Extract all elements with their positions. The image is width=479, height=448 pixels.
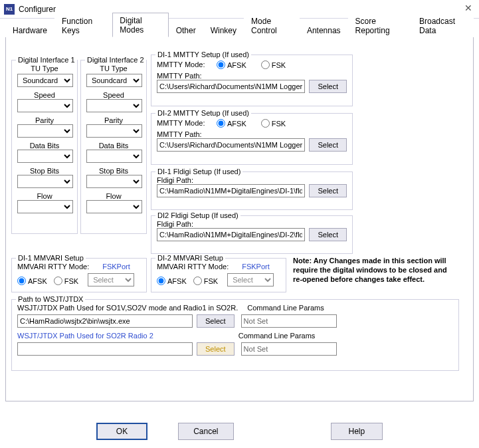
btn-wsjt-select2[interactable]: Select: [197, 342, 235, 356]
input-wsjt-path2[interactable]: [17, 342, 193, 356]
label-data-bits-1: Data Bits: [17, 142, 72, 150]
label-speed-1: Speed: [17, 91, 72, 99]
radio-mmvari2-fsk[interactable]: [193, 277, 202, 285]
select-data-bits-1[interactable]: [17, 150, 73, 163]
btn-fldigi1-select[interactable]: Select: [309, 184, 347, 197]
select-speed-2[interactable]: [86, 99, 142, 112]
label-mmvari1-fskport: FSKPort: [102, 263, 130, 271]
label-mmtty1-afsk: AFSK: [227, 61, 246, 69]
label-stop-bits-1: Stop Bits: [17, 167, 72, 175]
radio-mmvari2-afsk[interactable]: [157, 277, 165, 285]
ok-button[interactable]: OK: [96, 423, 147, 440]
label-wsjt-cmd1: Command Line Params: [247, 304, 324, 312]
group-mmvari-2: DI-2 MMVARI Setup MMVARI RTTY Mode: FSKP…: [151, 258, 286, 292]
tab-score-reporting[interactable]: Score Reporting: [348, 13, 412, 37]
label-wsjt-path2: WSJT/JTDX Path Used for SO2R Radio 2: [17, 332, 153, 340]
radio-mmvari1-afsk[interactable]: [17, 277, 26, 285]
group-digital-interface-2: Digital Interface 2 TU Type Soundcard Sp…: [80, 60, 147, 234]
btn-mmtty2-select[interactable]: Select: [309, 138, 347, 152]
label-mmtty2-path: MMTTY Path:: [157, 130, 347, 138]
legend-fldigi-2: DI2 Fldigi Setup (If used): [155, 211, 240, 219]
label-flow-2: Flow: [86, 192, 141, 200]
help-button[interactable]: Help: [331, 423, 383, 440]
tab-winkey[interactable]: Winkey: [203, 23, 244, 37]
label-data-bits-2: Data Bits: [86, 142, 141, 150]
tab-digital-modes[interactable]: Digital Modes: [112, 13, 168, 37]
input-mmtty1-path[interactable]: [157, 80, 305, 93]
select-parity-2[interactable]: [86, 124, 142, 138]
tab-antennas[interactable]: Antennas: [300, 23, 348, 37]
btn-fldigi2-select[interactable]: Select: [309, 228, 347, 241]
btn-mmtty1-select[interactable]: Select: [309, 80, 347, 93]
group-fldigi-1: DI-1 Fldigi Setup (If used) Fldigi Path:…: [151, 171, 353, 210]
select-mmvari2-fskport[interactable]: Select: [227, 273, 274, 286]
legend-di1: Digital Interface 1: [16, 56, 77, 64]
footer-buttons: OK Cancel Help: [0, 423, 479, 440]
group-mmtty-2: DI-2 MMTTY Setup (If used) MMTTY Mode: A…: [151, 113, 353, 165]
group-fldigi-2: DI2 Fldigi Setup (If used) Fldigi Path: …: [151, 215, 353, 254]
tab-content: Digital Interface 1 TU Type Soundcard Sp…: [5, 37, 474, 401]
select-stop-bits-2[interactable]: [86, 175, 142, 188]
tab-hardware[interactable]: Hardware: [5, 23, 54, 37]
group-mmtty-1: DI-1 MMTTY Setup (If used) MMTTY Mode: A…: [151, 55, 353, 106]
group-mmvari-1: DI-1 MMVARI Setup MMVARI RTTY Mode: FSKP…: [11, 258, 147, 292]
input-mmtty2-path[interactable]: [157, 138, 305, 152]
window-title: Configurer: [19, 5, 56, 14]
legend-di2: Digital Interface 2: [85, 56, 146, 64]
radio-mmtty2-fsk[interactable]: [261, 119, 270, 128]
label-mmvari1-fsk: FSK: [64, 277, 78, 285]
note-changes: Note: Any Changes made in this section w…: [293, 257, 456, 284]
select-data-bits-2[interactable]: [86, 150, 142, 163]
group-wsjt: Path to WSJT/JTDX WSJT/JTDX Path Used fo…: [11, 299, 459, 371]
label-wsjt-cmd2: Command Line Params: [239, 332, 316, 340]
select-flow-1[interactable]: [17, 200, 73, 213]
radio-mmtty1-fsk[interactable]: [261, 60, 270, 69]
legend-mmtty-1: DI-1 MMTTY Setup (If used): [155, 51, 251, 58]
select-stop-bits-1[interactable]: [17, 175, 73, 188]
btn-wsjt-select1[interactable]: Select: [197, 314, 235, 328]
select-tu-type-1[interactable]: Soundcard: [17, 74, 73, 87]
radio-mmtty1-afsk[interactable]: [217, 60, 225, 69]
select-flow-2[interactable]: [86, 200, 142, 213]
tab-mode-control[interactable]: Mode Control: [244, 13, 300, 37]
label-mmtty1-mode: MMTTY Mode:: [157, 60, 210, 68]
label-mmvari2-fskport: FSKPort: [242, 263, 270, 271]
select-speed-1[interactable]: [17, 99, 73, 112]
label-speed-2: Speed: [86, 91, 141, 99]
label-mmvari2-afsk: AFSK: [167, 277, 187, 285]
input-fldigi1-path[interactable]: [157, 184, 305, 197]
label-mmvari2-fsk: FSK: [204, 277, 218, 285]
label-stop-bits-2: Stop Bits: [86, 167, 141, 175]
input-fldigi2-path[interactable]: [157, 228, 305, 241]
group-digital-interface-1: Digital Interface 1 TU Type Soundcard Sp…: [11, 60, 78, 234]
label-wsjt-path1: WSJT/JTDX Path Used for SO1V,SO2V mode a…: [17, 304, 238, 312]
legend-wsjt: Path to WSJT/JTDX: [16, 295, 85, 303]
label-mmtty1-path: MMTTY Path:: [157, 72, 347, 80]
tab-other[interactable]: Other: [169, 23, 203, 37]
label-mmvari1-afsk: AFSK: [28, 277, 47, 285]
radio-mmtty2-afsk[interactable]: [217, 119, 225, 128]
label-fldigi1-path: Fldigi Path:: [157, 176, 347, 184]
close-icon[interactable]: ✕: [464, 3, 472, 13]
label-tu-type-2: TU Type: [86, 64, 141, 72]
legend-mmvari-1: DI-1 MMVARI Setup: [16, 254, 86, 262]
select-parity-1[interactable]: [17, 124, 73, 138]
input-wsjt-cmd2[interactable]: [241, 342, 337, 356]
app-icon: N1: [4, 4, 15, 15]
tab-broadcast-data[interactable]: Broadcast Data: [412, 13, 474, 37]
label-mmtty2-fsk: FSK: [272, 120, 286, 128]
select-tu-type-2[interactable]: Soundcard: [86, 74, 142, 87]
label-fldigi2-path: Fldigi Path:: [157, 220, 347, 228]
select-mmvari1-fskport[interactable]: Select: [88, 273, 134, 286]
label-mmtty1-fsk: FSK: [272, 61, 286, 69]
label-mmvari2-mode: MMVARI RTTY Mode:: [157, 263, 229, 271]
label-parity-2: Parity: [86, 116, 141, 124]
tab-function-keys[interactable]: Function Keys: [54, 13, 112, 37]
tab-strip: Hardware Function Keys Digital Modes Oth…: [5, 21, 474, 37]
label-mmtty2-afsk: AFSK: [227, 120, 246, 128]
label-mmvari1-mode: MMVARI RTTY Mode:: [17, 263, 89, 271]
input-wsjt-path1[interactable]: [17, 314, 193, 328]
cancel-button[interactable]: Cancel: [178, 423, 233, 440]
input-wsjt-cmd1[interactable]: [241, 314, 337, 328]
radio-mmvari1-fsk[interactable]: [54, 277, 62, 285]
